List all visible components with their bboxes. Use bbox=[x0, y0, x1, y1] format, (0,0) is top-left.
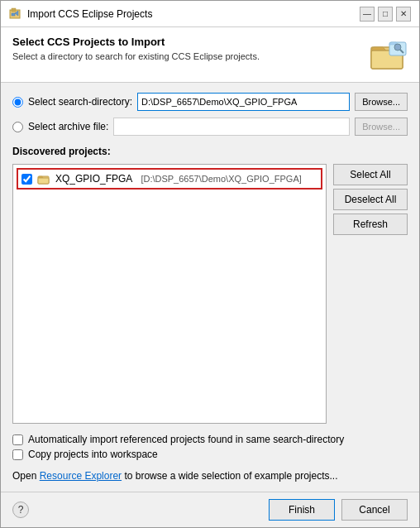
header-icon bbox=[370, 36, 408, 74]
dialog-window: Import CCS Eclipse Projects — □ ✕ Select… bbox=[0, 0, 420, 528]
auto-import-row: Automatically import referenced projects… bbox=[12, 434, 408, 445]
project-item: XQ_GPIO_FPGA [D:\DSP_6657\Demo\XQ_GPIO_F… bbox=[18, 170, 321, 188]
help-button[interactable]: ? bbox=[12, 502, 29, 518]
copy-projects-checkbox[interactable] bbox=[12, 449, 23, 460]
cancel-button[interactable]: Cancel bbox=[341, 499, 408, 521]
copy-projects-label: Copy projects into workspace bbox=[28, 449, 158, 460]
svg-rect-9 bbox=[38, 178, 49, 184]
archive-row: Select archive file: Browse... bbox=[12, 118, 408, 136]
dialog-header: Select CCS Projects to Import Select a d… bbox=[1, 27, 419, 83]
discovered-label: Discovered projects: bbox=[12, 146, 408, 157]
dialog-description: Select a directory to search for existin… bbox=[12, 51, 260, 61]
resource-explorer-link[interactable]: Resource Explorer bbox=[40, 470, 122, 482]
auto-import-label: Automatically import referenced projects… bbox=[28, 434, 344, 445]
auto-import-checkbox[interactable] bbox=[12, 434, 23, 445]
open-link-row: Open Resource Explorer to browse a wide … bbox=[12, 470, 408, 482]
dialog-footer: ? Finish Cancel bbox=[1, 492, 419, 527]
svg-point-6 bbox=[394, 44, 401, 50]
close-button[interactable]: ✕ bbox=[396, 7, 411, 22]
search-dir-label: Select search-directory: bbox=[28, 96, 132, 108]
project-path: [D:\DSP_6657\Demo\XQ_GPIO_FPGA] bbox=[141, 174, 301, 184]
projects-list: XQ_GPIO_FPGA [D:\DSP_6657\Demo\XQ_GPIO_F… bbox=[12, 164, 327, 424]
dialog-icon bbox=[9, 7, 22, 21]
title-bar: Import CCS Eclipse Projects — □ ✕ bbox=[1, 1, 419, 27]
search-dir-radio[interactable] bbox=[12, 97, 23, 108]
finish-button[interactable]: Finish bbox=[269, 499, 335, 521]
select-all-button[interactable]: Select All bbox=[333, 164, 408, 185]
open-link-prefix: Open bbox=[12, 470, 40, 482]
title-bar-left: Import CCS Eclipse Projects bbox=[9, 7, 152, 21]
svg-rect-1 bbox=[12, 8, 16, 12]
projects-buttons: Select All Deselect All Refresh bbox=[333, 164, 408, 424]
svg-rect-2 bbox=[12, 13, 15, 16]
maximize-button[interactable]: □ bbox=[378, 7, 393, 22]
project-checkbox[interactable] bbox=[21, 174, 32, 185]
archive-label: Select archive file: bbox=[28, 121, 108, 132]
footer-right: Finish Cancel bbox=[269, 499, 408, 521]
title-bar-text: Import CCS Eclipse Projects bbox=[27, 8, 152, 20]
projects-area: XQ_GPIO_FPGA [D:\DSP_6657\Demo\XQ_GPIO_F… bbox=[12, 164, 408, 424]
search-dir-row: Select search-directory: D:\DSP_6657\Dem… bbox=[12, 93, 408, 111]
dialog-heading: Select CCS Projects to Import bbox=[12, 36, 260, 48]
footer-left: ? bbox=[12, 502, 29, 518]
project-item-highlighted-wrapper: XQ_GPIO_FPGA [D:\DSP_6657\Demo\XQ_GPIO_F… bbox=[17, 168, 322, 190]
deselect-all-button[interactable]: Deselect All bbox=[333, 189, 408, 210]
archive-radio[interactable] bbox=[12, 122, 23, 132]
dialog-content: Select search-directory: D:\DSP_6657\Dem… bbox=[1, 83, 419, 492]
copy-projects-row: Copy projects into workspace bbox=[12, 449, 408, 460]
title-bar-controls: — □ ✕ bbox=[360, 7, 411, 22]
open-link-suffix: to browse a wide selection of example pr… bbox=[122, 470, 337, 482]
project-name: XQ_GPIO_FPGA bbox=[55, 173, 132, 185]
minimize-button[interactable]: — bbox=[360, 7, 375, 22]
browse-dir-button[interactable]: Browse... bbox=[355, 93, 408, 111]
browse-archive-button[interactable]: Browse... bbox=[355, 118, 408, 136]
header-text: Select CCS Projects to Import Select a d… bbox=[12, 36, 260, 61]
archive-input[interactable] bbox=[113, 118, 350, 136]
checkbox-section: Automatically import referenced projects… bbox=[12, 434, 408, 460]
refresh-button[interactable]: Refresh bbox=[333, 214, 408, 235]
project-folder-icon bbox=[37, 172, 50, 185]
search-dir-input[interactable]: D:\DSP_6657\Demo\XQ_GPIO_FPGA bbox=[137, 93, 350, 111]
